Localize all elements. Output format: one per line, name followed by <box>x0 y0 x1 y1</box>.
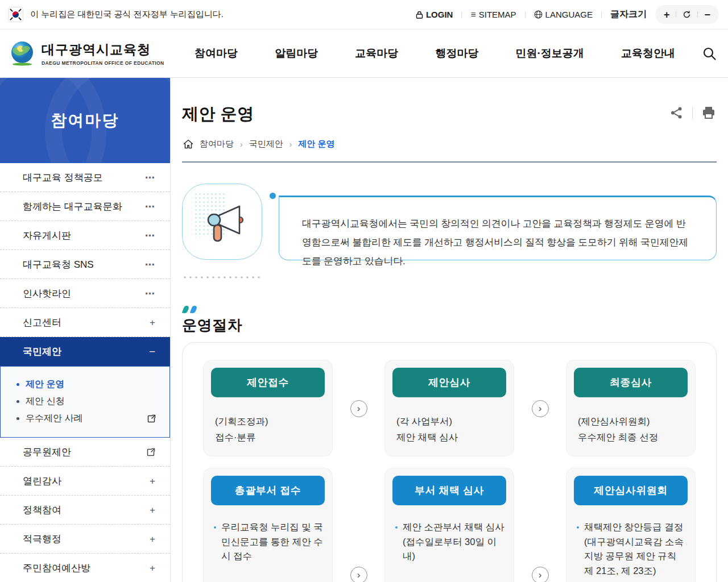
site-logo[interactable]: 대구광역시교육청 DAEGU METROPOLITAN OFFICE OF ED… <box>8 39 164 68</box>
korea-flag-icon <box>8 7 23 22</box>
arrow-right-icon: › <box>350 400 367 417</box>
nav-item-minwon[interactable]: 민원·정보공개 <box>516 46 584 61</box>
sidebar-item-sns[interactable]: 대구교육청 SNS ⋯ <box>0 250 170 279</box>
nav-item-haengjeong[interactable]: 행정마당 <box>435 46 478 61</box>
sidebar-title: 참여마당 <box>51 110 119 131</box>
sidebar-item-free-board[interactable]: 자유게시판 ⋯ <box>0 221 170 250</box>
sidebar-item-participatory-budget[interactable]: 주민참여예산방 + <box>0 554 170 582</box>
submenu-item-proposal-apply[interactable]: 제안 신청 <box>1 393 169 410</box>
language-button[interactable]: LANGUAGE <box>534 10 593 19</box>
font-size-controls: + − <box>655 5 719 24</box>
official-site-notice: 이 누리집은 대한민국 공식 전자정부 누리집입니다. <box>30 9 224 20</box>
step-header: 제안심사위원회 <box>574 476 688 505</box>
font-size-decrease-button[interactable]: − <box>704 10 710 20</box>
utility-bar: 이 누리집은 대한민국 공식 전자정부 누리집입니다. LOGIN ≡ SITE… <box>0 0 728 30</box>
sidebar-item-active-administration[interactable]: 적극행정 + <box>0 525 170 554</box>
process-card-final-review: 최종심사 (제안심사위원회) 우수제안 최종 선정 <box>566 360 696 456</box>
share-icon <box>670 106 683 119</box>
plus-icon: + <box>150 534 155 544</box>
process-row-2: 총괄부서 접수 우리교육청 누리집 및 국민신문고를 통한 제안 수시 접수 ›… <box>203 468 696 582</box>
step-line: 접수·분류 <box>215 429 321 445</box>
breadcrumb-proposal[interactable]: 국민제안 <box>249 139 283 149</box>
font-size-label: 글자크기 <box>610 9 647 20</box>
login-button[interactable]: LOGIN <box>416 10 453 19</box>
lock-icon <box>416 11 423 19</box>
sidebar-item-citizen-proposal[interactable]: 국민제안 − <box>0 337 170 366</box>
process-panel: 제안접수 (기획조정과) 접수·분류 › 제안심사 (각 사업부서) 제안 채택… <box>182 342 717 582</box>
breadcrumb-chamyeo[interactable]: 참여마당 <box>200 139 234 149</box>
page-actions <box>670 106 715 119</box>
sidebar-item-education-culture[interactable]: 함께하는 대구교육문화 ⋯ <box>0 192 170 221</box>
ellipsis-icon: ⋯ <box>145 173 155 182</box>
font-size-reset-button[interactable] <box>682 10 691 19</box>
page-title: 제안 운영 <box>182 103 254 126</box>
divider <box>525 11 526 18</box>
sidebar-item-open-audit[interactable]: 열린감사 + <box>0 467 170 496</box>
submenu-item-best-proposals[interactable]: 우수제안 사례 <box>1 410 169 427</box>
sidebar-item-policy-contest[interactable]: 대구교육 정책공모 ⋯ <box>0 163 170 192</box>
sitemap-button[interactable]: ≡ SITEMAP <box>470 10 516 19</box>
ellipsis-icon: ⋯ <box>145 202 155 211</box>
sidebar-item-official-proposal[interactable]: 공무원제안 <box>0 438 170 467</box>
sidebar-menu-lower: 공무원제안 열린감사 + 정책참여 + 적극행정 + 주민참여예산방 + <box>0 438 170 582</box>
print-button[interactable] <box>702 106 715 119</box>
share-button[interactable] <box>670 106 683 119</box>
divider <box>697 11 698 18</box>
nav-item-gyoyuk[interactable]: 교육마당 <box>355 46 398 61</box>
font-size-increase-button[interactable]: + <box>664 10 670 20</box>
submenu-item-proposal-operation[interactable]: 제안 운영 <box>1 376 169 393</box>
external-link-icon <box>147 414 156 423</box>
step-line: (각 사업부서) <box>396 413 502 429</box>
megaphone-icon <box>200 201 246 244</box>
minus-icon: − <box>149 346 155 357</box>
bullet-icon <box>395 526 398 529</box>
site-name-en: DAEGU METROPOLITAN OFFICE OF EDUCATION <box>42 60 164 66</box>
step-header: 총괄부서 접수 <box>211 476 325 505</box>
arrow-right-icon: › <box>532 400 549 417</box>
search-icon <box>702 47 717 61</box>
process-row-1: 제안접수 (기획조정과) 접수·분류 › 제안심사 (각 사업부서) 제안 채택… <box>203 360 696 456</box>
sidebar-menu: 대구교육 정책공모 ⋯ 함께하는 대구교육문화 ⋯ 자유게시판 ⋯ 대구교육청 … <box>0 163 170 366</box>
ellipsis-icon: ⋯ <box>145 231 155 240</box>
step-line: 우수제안 최종 선정 <box>578 429 684 445</box>
sidebar-item-report-center[interactable]: 신고센터 + <box>0 308 170 337</box>
search-button[interactable] <box>702 47 717 61</box>
ellipsis-icon: ⋯ <box>145 260 155 269</box>
plus-icon: + <box>150 505 155 515</box>
breadcrumb-separator: › <box>289 140 292 149</box>
home-icon[interactable] <box>183 139 193 149</box>
nav-item-chamyeo[interactable]: 참여마당 <box>195 46 238 61</box>
step-line: (제안심사위원회) <box>578 413 684 429</box>
quote-marks-icon <box>183 306 196 313</box>
nav-item-annae[interactable]: 교육청안내 <box>621 46 675 61</box>
sitemap-icon: ≡ <box>470 10 475 19</box>
main-content: 제안 운영 참여마당 › 국민제안 › 제안 운영 <box>171 78 728 582</box>
section-title: 운영절차 <box>182 315 242 335</box>
site-header: 대구광역시교육청 DAEGU METROPOLITAN OFFICE OF ED… <box>0 30 728 78</box>
intro-card: 대구광역시교육청에서는 국민의 창의적인 의견이나 고안을 교육정책과 행정제도… <box>279 196 717 260</box>
sidebar-item-hr-hotline[interactable]: 인사핫라인 ⋯ <box>0 279 170 308</box>
breadcrumb: 참여마당 › 국민제안 › 제안 운영 <box>183 139 335 149</box>
logo-globe-icon <box>8 39 36 68</box>
arrow-right-icon: › <box>532 567 549 582</box>
site-name: 대구광역시교육청 <box>42 41 164 59</box>
breadcrumb-separator: › <box>240 140 243 149</box>
print-icon <box>702 106 715 119</box>
bullet-icon <box>16 400 19 403</box>
process-card-committee: 제안심사위원회 채택제안 창안등급 결정(대구광역시교육감 소속 지방 공무원 … <box>566 468 696 582</box>
page-root: 이 누리집은 대한민국 공식 전자정부 누리집입니다. LOGIN ≡ SITE… <box>0 0 728 582</box>
process-card-general-reception: 총괄부서 접수 우리교육청 누리집 및 국민신문고를 통한 제안 수시 접수 <box>203 468 333 582</box>
sidebar-item-policy-participation[interactable]: 정책참여 + <box>0 496 170 525</box>
ellipsis-icon: ⋯ <box>145 289 155 298</box>
step-line: (기획조정과) <box>215 413 321 429</box>
globe-icon <box>534 10 543 19</box>
reset-icon <box>682 10 691 19</box>
sidebar: 참여마당 대구교육 정책공모 ⋯ 함께하는 대구교육문화 ⋯ 자유게시판 ⋯ 대… <box>0 78 171 582</box>
sidebar-header: 참여마당 <box>0 78 170 163</box>
title-divider <box>182 161 717 163</box>
external-link-icon <box>147 448 155 456</box>
bullet-icon <box>214 526 216 529</box>
nav-item-allim[interactable]: 알림마당 <box>275 46 318 61</box>
plus-icon: + <box>150 563 155 573</box>
step-header: 제안접수 <box>211 368 325 397</box>
